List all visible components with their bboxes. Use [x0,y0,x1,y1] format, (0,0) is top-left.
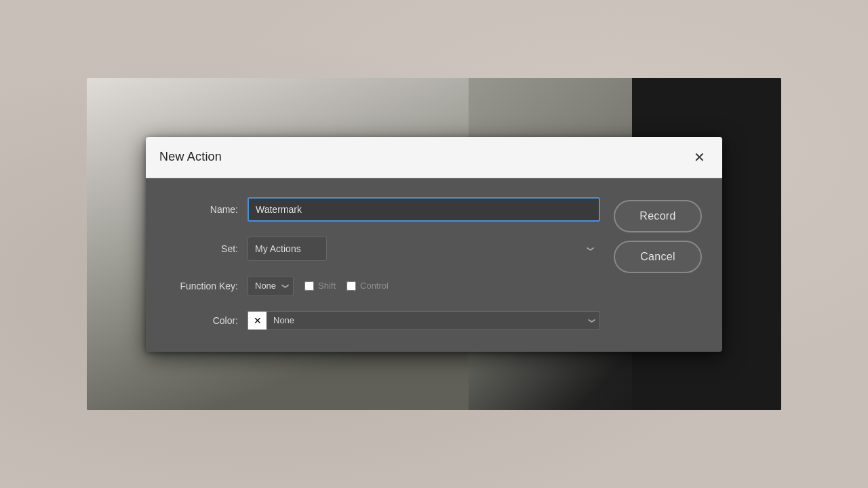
set-select[interactable]: My Actions Default Actions [248,237,327,261]
cancel-button[interactable]: Cancel [614,241,702,273]
dialog-overlay: New Action ✕ Name: Set: My Actions [87,78,781,410]
fk-select-wrapper: None F1F2F3 F4F5F6 F7F8F9 F10F11F12 [248,276,294,296]
name-row: Name: [166,197,600,222]
control-label: Control [360,281,389,291]
close-button[interactable]: ✕ [690,148,709,167]
record-button[interactable]: Record [614,200,702,232]
function-key-select[interactable]: None F1F2F3 F4F5F6 F7F8F9 F10F11F12 [248,276,294,296]
control-checkbox[interactable] [347,281,356,291]
function-key-controls: None F1F2F3 F4F5F6 F7F8F9 F10F11F12 Shif… [248,276,389,296]
dialog-fields: Name: Set: My Actions Default Actions [166,197,600,330]
shift-checkbox-group[interactable]: Shift [304,281,336,291]
shift-checkbox[interactable] [304,281,314,291]
dialog-actions: Record Cancel [614,197,702,330]
color-select[interactable]: None Red Orange Yellow Green Blue Violet… [267,311,600,330]
color-row: Color: ✕ None Red Orange Yellow Green Bl… [166,311,600,330]
color-select-wrapper: ✕ None Red Orange Yellow Green Blue Viol… [248,311,600,330]
control-checkbox-group[interactable]: Control [347,281,389,291]
name-input[interactable] [248,197,600,222]
function-key-row: Function Key: None F1F2F3 F4F5F6 F7F8F9 … [166,276,600,296]
dialog-body: Name: Set: My Actions Default Actions [146,178,722,352]
color-label: Color: [166,315,248,326]
name-label: Name: [166,204,248,215]
dialog-titlebar: New Action ✕ [146,137,722,178]
dialog-title: New Action [159,150,222,164]
set-label: Set: [166,243,248,254]
color-x-icon: ✕ [248,311,267,330]
new-action-dialog: New Action ✕ Name: Set: My Actions [146,137,722,352]
set-row: Set: My Actions Default Actions [166,237,600,261]
set-select-wrapper: My Actions Default Actions [248,237,600,261]
function-key-label: Function Key: [166,281,248,291]
shift-label: Shift [318,281,336,291]
